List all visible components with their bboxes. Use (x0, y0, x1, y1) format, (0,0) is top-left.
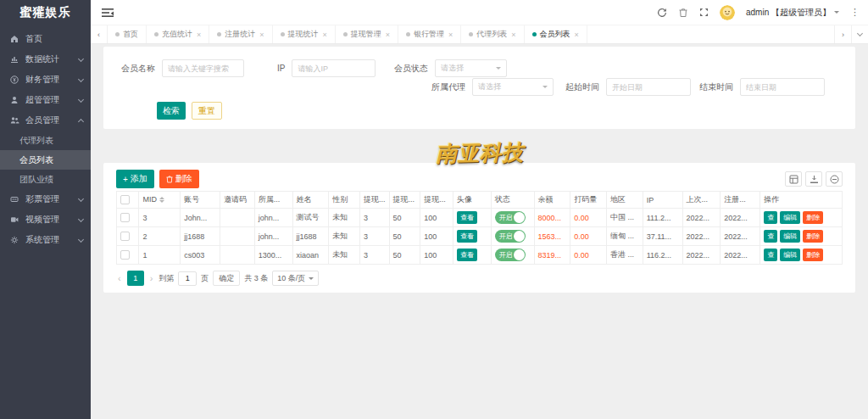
sidebar-item-video[interactable]: 视频管理 (0, 210, 91, 230)
status-toggle[interactable]: 开启 (495, 230, 526, 243)
cell-ip: 37.11... (643, 227, 682, 246)
next-page-icon[interactable]: › (148, 273, 155, 283)
close-tab-icon[interactable]: × (323, 31, 327, 39)
filter-columns-icon[interactable] (785, 171, 802, 187)
view-avatar-button[interactable]: 查看 (457, 249, 477, 261)
view-button[interactable]: 查 (764, 211, 777, 224)
cell-last-login: 2022... (682, 209, 721, 227)
start-date-input[interactable] (606, 78, 691, 96)
tabs-menu-icon[interactable] (851, 25, 868, 43)
sidebar-item-agent-list[interactable]: 代理列表 (0, 131, 91, 150)
top-header: admin 【超级管理员】 ⋮ (91, 0, 868, 25)
end-date-input[interactable] (740, 78, 825, 96)
refresh-icon[interactable] (657, 8, 667, 18)
close-tab-icon[interactable]: × (197, 31, 201, 39)
sidebar-item-home[interactable]: 首页 (0, 29, 91, 49)
cell-w1: 3 (359, 227, 389, 246)
prev-page-icon[interactable]: ‹ (116, 273, 123, 283)
close-tab-icon[interactable]: × (386, 31, 390, 39)
row-delete-button[interactable]: 删除 (803, 249, 823, 261)
edit-button[interactable]: 编辑 (780, 249, 800, 261)
more-vertical-icon[interactable]: ⋮ (850, 7, 860, 18)
field-label: 结束时间 (699, 81, 733, 93)
tab-register-stats[interactable]: 注册统计 × (209, 25, 272, 43)
add-button[interactable]: + 添加 (116, 170, 154, 188)
sidebar-item-lottery[interactable]: 彩票管理 (0, 189, 91, 210)
tab-bank-manage[interactable]: 银行管理 × (398, 25, 461, 43)
delete-button[interactable]: 删除 (159, 170, 199, 188)
ip-input[interactable] (292, 59, 376, 77)
member-name-input[interactable] (162, 59, 244, 77)
field-label: IP (277, 64, 285, 73)
tab-withdraw-stats[interactable]: 提现统计 × (273, 25, 336, 43)
avatar[interactable] (720, 5, 735, 20)
col-registered: 注册... (721, 192, 760, 209)
sort-icon[interactable] (159, 194, 164, 205)
print-icon[interactable] (826, 171, 843, 187)
tab-agent-list[interactable]: 代理列表 × (461, 25, 524, 43)
view-button[interactable]: 查 (764, 249, 777, 261)
tab-home[interactable]: 首页 (108, 25, 147, 43)
close-tab-icon[interactable]: × (511, 31, 515, 39)
row-checkbox[interactable] (120, 213, 130, 222)
edit-button[interactable]: 编辑 (780, 211, 800, 224)
tab-label: 提现管理 (351, 29, 381, 40)
goto-confirm-button[interactable]: 确定 (213, 271, 240, 286)
page-size-select[interactable]: 10 条/页 (272, 271, 319, 286)
tab-dot (281, 32, 285, 36)
home-icon (10, 35, 21, 43)
close-tab-icon[interactable]: × (575, 31, 579, 39)
cell-w2: 50 (389, 209, 420, 227)
trash-icon[interactable] (678, 8, 688, 18)
admin-menu[interactable]: admin 【超级管理员】 (746, 7, 839, 19)
cell-gender: 未知 (329, 227, 360, 246)
status-toggle[interactable]: 开启 (495, 211, 526, 224)
sidebar-item-system[interactable]: 系统管理 (0, 230, 91, 250)
sidebar-item-member-manage[interactable]: 会员管理 (0, 110, 91, 131)
edit-button[interactable]: 编辑 (780, 230, 800, 243)
cell-mid: 2 (139, 227, 181, 246)
chevron-down-icon (78, 96, 84, 102)
sidebar-item-super-admin[interactable]: 超管管理 (0, 90, 91, 110)
close-tab-icon[interactable]: × (448, 31, 453, 39)
tabs-scroll-right-icon[interactable]: › (834, 25, 851, 43)
sidebar-item-data-stats[interactable]: 数据统计 (0, 49, 91, 70)
cell-name: 测试号 (292, 209, 329, 227)
search-button[interactable]: 检索 (157, 102, 186, 120)
collapse-sidebar-icon[interactable] (102, 8, 114, 18)
view-avatar-button[interactable]: 查看 (457, 211, 477, 224)
tab-label: 会员列表 (540, 29, 570, 40)
view-avatar-button[interactable]: 查看 (457, 230, 477, 243)
sidebar-item-member-list[interactable]: 会员列表 (0, 150, 91, 170)
row-delete-button[interactable]: 删除 (803, 211, 823, 224)
sidebar-item-team-performance[interactable]: 团队业绩 (0, 170, 91, 189)
goto-label: 到第 (159, 273, 174, 284)
view-button[interactable]: 查 (764, 230, 777, 243)
member-table: MID 账号 邀请码 所属... 姓名 性别 提现... 提现... 提现...… (116, 191, 843, 265)
export-icon[interactable] (805, 171, 822, 187)
cell-region: 香港 ... (607, 246, 643, 265)
select-all-checkbox[interactable] (120, 195, 130, 204)
cell-account: cs003 (181, 246, 220, 265)
cell-invite-code (220, 246, 255, 265)
admin-user-icon (10, 96, 21, 104)
status-toggle[interactable]: 开启 (495, 249, 526, 261)
tab-recharge-stats[interactable]: 充值统计 × (147, 25, 209, 43)
tabs-scroll-left-icon[interactable]: ‹ (91, 25, 108, 43)
sidebar-item-finance[interactable]: 财务管理 (0, 70, 91, 90)
close-tab-icon[interactable]: × (259, 31, 264, 39)
tab-dot (343, 32, 348, 36)
row-checkbox[interactable] (120, 232, 130, 241)
row-delete-button[interactable]: 删除 (803, 230, 823, 243)
current-page-button[interactable]: 1 (127, 271, 144, 286)
col-name: 姓名 (292, 192, 329, 209)
tab-withdraw-manage[interactable]: 提现管理 × (336, 25, 398, 43)
row-checkbox[interactable] (120, 250, 130, 260)
goto-page-input[interactable] (178, 271, 197, 286)
member-status-select[interactable]: 请选择 (435, 59, 507, 77)
fullscreen-icon[interactable] (699, 8, 709, 17)
reset-button[interactable]: 重置 (192, 102, 222, 120)
agent-select[interactable]: 请选择 (472, 78, 554, 96)
tab-member-list[interactable]: 会员列表 × (525, 25, 587, 43)
col-invite-code: 邀请码 (220, 192, 255, 209)
